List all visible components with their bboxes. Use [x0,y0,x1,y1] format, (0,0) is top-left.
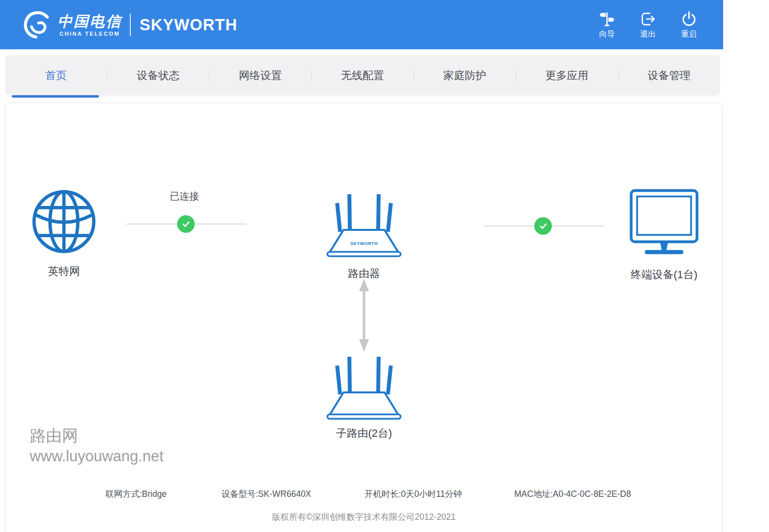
brand-divider [130,14,131,36]
wizard-label: 向导 [599,29,615,40]
router-icon[interactable]: SKYWORTH [325,187,403,261]
info-device-model: 设备型号:SK-WR6640X [222,488,311,500]
brand-china-telecom: 中国电信 CHINA TELECOM [58,13,122,37]
watermark: 路由网 www.luyouwang.net [30,425,163,466]
main-nav: 首页 设备状态 网络设置 无线配置 家庭防护 更多应用 设备管理 [5,55,720,96]
info-mac-address: MAC地址:A0-4C-0C-8E-2E-D8 [514,488,631,500]
restart-icon [680,10,698,28]
china-telecom-logo-icon [22,10,53,40]
double-arrow-icon [358,279,370,352]
wizard-icon [598,10,616,28]
tab-network-settings[interactable]: 网络设置 [209,55,311,96]
tab-more-apps[interactable]: 更多应用 [516,55,618,96]
monitor-icon[interactable] [627,187,701,257]
sub-router-icon[interactable] [325,349,403,424]
logout-icon [639,10,657,28]
tab-home[interactable]: 首页 [5,55,107,96]
logout-label: 退出 [640,29,656,40]
info-uptime: 开机时长:0天0小时11分钟 [364,488,462,500]
topology-panel: 英特网 已连接 SKYWORTH 路由器 终端设备(1台) [5,102,723,532]
connection-check-2 [534,217,552,235]
brand-en-subtext: CHINA TELECOM [60,31,120,37]
router-brand-text: SKYWORTH [350,241,378,246]
tab-home-protection[interactable]: 家庭防护 [414,55,516,96]
tab-device-status[interactable]: 设备状态 [107,55,209,96]
tab-device-management[interactable]: 设备管理 [618,55,720,96]
connection-status-label: 已连接 [136,190,233,203]
check-icon [537,220,549,232]
sub-router-label: 子路由(2台) [315,426,413,441]
internet-label: 英特网 [15,264,113,279]
watermark-line2: www.luyouwang.net [30,447,163,466]
restart-button[interactable]: 重启 [680,10,698,40]
globe-icon [31,188,97,255]
wizard-button[interactable]: 向导 [598,10,616,40]
terminal-label: 终端设备(1台) [615,267,713,282]
tab-wireless-config[interactable]: 无线配置 [311,55,413,96]
info-connection-mode: 联网方式:Bridge [105,488,166,500]
brand-skyworth: SKYWORTH [140,16,238,34]
brand-area: 中国电信 CHINA TELECOM SKYWORTH [22,10,238,40]
copyright-text: 版权所有©深圳创维数字技术有限公司2012-2021 [5,511,722,523]
logout-button[interactable]: 退出 [639,10,657,40]
app-header: 中国电信 CHINA TELECOM SKYWORTH 向导 退出 [0,0,723,49]
check-icon [180,218,192,230]
brand-cn-text: 中国电信 [58,13,122,30]
restart-label: 重启 [681,29,697,40]
connection-check-1 [177,215,195,233]
header-actions: 向导 退出 重启 [598,0,698,49]
watermark-line1: 路由网 [30,425,163,447]
